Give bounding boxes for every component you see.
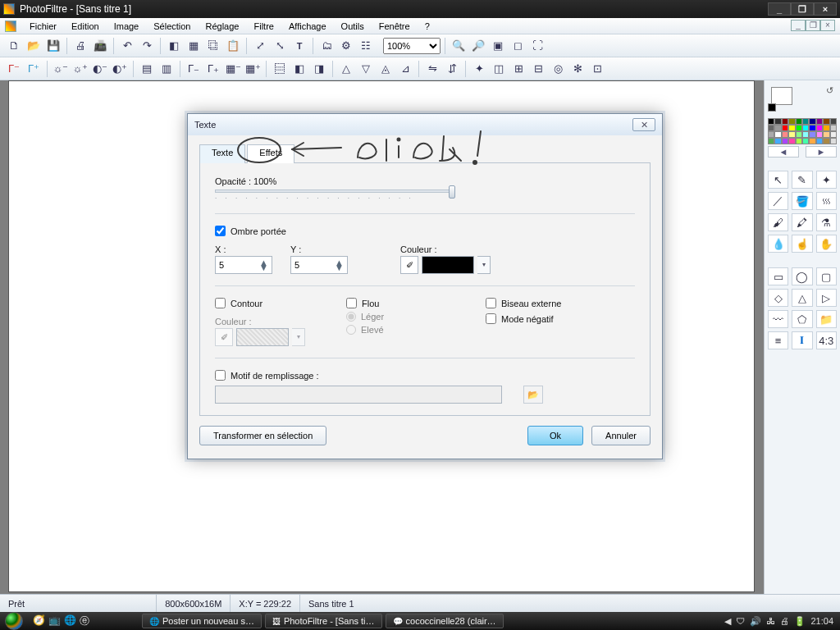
contrast-plus-icon[interactable]: ◐⁺ bbox=[111, 60, 129, 78]
taskbar-item[interactable]: 🌐 Poster un nouveau s… bbox=[142, 614, 262, 628]
mdi-minimize-button[interactable]: _ bbox=[791, 20, 806, 31]
flip-h-icon[interactable]: ⇋ bbox=[423, 60, 441, 78]
palette-swatch[interactable] bbox=[802, 138, 809, 144]
stamp-tool[interactable]: ⚗ bbox=[816, 213, 837, 231]
copy-button[interactable]: ⿻ bbox=[204, 37, 222, 55]
quick-launch-icon[interactable]: 🧭 bbox=[33, 614, 45, 628]
actual-size-button[interactable]: ◻ bbox=[509, 37, 527, 55]
menu-outils[interactable]: Outils bbox=[335, 20, 371, 33]
palette-swatch[interactable] bbox=[796, 131, 802, 138]
pipette-tool[interactable]: ✎ bbox=[792, 171, 812, 189]
auto-gamma-plus-button[interactable]: Γ⁺ bbox=[25, 60, 43, 78]
palette-swatch[interactable] bbox=[796, 118, 802, 125]
zoom-out-button[interactable]: 🔎 bbox=[469, 37, 487, 55]
fill-tool[interactable]: 🪣 bbox=[792, 192, 812, 210]
palette-swatch[interactable] bbox=[774, 131, 781, 138]
scan-button[interactable]: 📠 bbox=[91, 37, 109, 55]
palette-swatch[interactable] bbox=[782, 125, 788, 131]
tray-icon[interactable]: 🖧 bbox=[766, 616, 775, 626]
background-color-swatch[interactable] bbox=[771, 87, 792, 105]
fit-window-button[interactable]: ▣ bbox=[489, 37, 507, 55]
palette-swatch[interactable] bbox=[768, 118, 774, 125]
palette-swatch[interactable] bbox=[782, 118, 788, 125]
palette-swatch[interactable] bbox=[774, 138, 781, 144]
lasso-tool[interactable]: 〰 bbox=[768, 310, 788, 328]
menu-affichage[interactable]: Affichage bbox=[282, 20, 333, 33]
motif-path-input[interactable] bbox=[215, 386, 502, 404]
saturation-minus-icon[interactable]: ▦⁻ bbox=[224, 60, 242, 78]
gamma-minus-icon[interactable]: Γ₋ bbox=[185, 60, 203, 78]
palette-swatch[interactable] bbox=[816, 118, 823, 125]
save-button[interactable]: 💾 bbox=[44, 37, 62, 55]
rect-select-tool[interactable]: ▭ bbox=[768, 267, 788, 285]
hand-tool[interactable]: ✋ bbox=[816, 235, 837, 253]
negatif-checkbox[interactable] bbox=[486, 313, 496, 324]
eyedropper-icon[interactable]: ✐ bbox=[400, 256, 418, 274]
ellipse-select-tool[interactable]: ◯ bbox=[792, 267, 812, 285]
start-button[interactable] bbox=[5, 612, 23, 630]
palette-swatch[interactable] bbox=[830, 131, 837, 138]
palette-swatch[interactable] bbox=[816, 125, 823, 131]
polygon-tool[interactable]: ⬠ bbox=[792, 310, 812, 328]
pointer-tool[interactable]: ↖ bbox=[768, 171, 788, 189]
menu-filtre[interactable]: Filtre bbox=[247, 20, 280, 33]
palette2-icon[interactable]: ▥ bbox=[158, 60, 176, 78]
window-minimize-button[interactable]: _ bbox=[768, 2, 791, 16]
canvas-size-button[interactable]: ⤡ bbox=[271, 37, 289, 55]
quick-launch-icon[interactable]: 📺 bbox=[48, 614, 61, 628]
tray-icon[interactable]: 🛡 bbox=[736, 616, 745, 626]
open-shape-icon[interactable]: 📁 bbox=[816, 310, 837, 328]
preferences-button[interactable]: ☷ bbox=[357, 37, 375, 55]
blur1-icon[interactable]: △ bbox=[337, 60, 355, 78]
tray-icon[interactable]: 🔊 bbox=[750, 616, 761, 627]
diamond-select-tool[interactable]: ◇ bbox=[768, 289, 788, 307]
motif-checkbox[interactable] bbox=[215, 370, 226, 381]
menu-selection[interactable]: Sélection bbox=[147, 20, 197, 33]
module1-icon[interactable]: ◫ bbox=[490, 60, 508, 78]
palette-swatch[interactable] bbox=[768, 131, 774, 138]
palette-swatch[interactable] bbox=[782, 138, 788, 144]
palette-swatch[interactable] bbox=[796, 138, 802, 144]
motif-browse-button[interactable]: 📂 bbox=[523, 386, 543, 404]
shadow-color-dropdown[interactable]: ▾ bbox=[477, 256, 491, 274]
module4-icon[interactable]: ⊡ bbox=[588, 60, 606, 78]
palette-prev-button[interactable]: ◄ bbox=[768, 146, 799, 158]
line-tool[interactable]: ／ bbox=[768, 192, 788, 210]
new-file-button[interactable]: 🗋 bbox=[5, 37, 23, 55]
foreground-color-swatch[interactable] bbox=[768, 103, 776, 112]
shadow-color-well[interactable] bbox=[422, 256, 474, 274]
palette-swatch[interactable] bbox=[774, 118, 781, 125]
mode3-icon[interactable]: 4:3 bbox=[816, 331, 837, 349]
transparency-icon[interactable]: ▦ bbox=[185, 37, 203, 55]
open-file-button[interactable]: 📂 bbox=[25, 37, 43, 55]
window-close-button[interactable]: × bbox=[814, 2, 837, 16]
blur2-icon[interactable]: ▽ bbox=[357, 60, 375, 78]
palette-swatch[interactable] bbox=[768, 125, 774, 131]
brightness-minus-icon[interactable]: ☼⁻ bbox=[52, 60, 70, 78]
brush-tool[interactable]: 🖌 bbox=[768, 213, 788, 231]
advbrush-tool[interactable]: 🖍 bbox=[792, 213, 812, 231]
sharpen1-icon[interactable]: ◬ bbox=[377, 60, 395, 78]
explorer-button[interactable]: 🗂 bbox=[317, 37, 336, 55]
palette-swatch[interactable] bbox=[782, 131, 788, 138]
sepia-icon[interactable]: ◨ bbox=[310, 60, 328, 78]
zoom-in-button[interactable]: 🔍 bbox=[450, 37, 468, 55]
palette-swatch[interactable] bbox=[802, 131, 809, 138]
palette-swatch[interactable] bbox=[830, 138, 837, 144]
quick-launch-icon[interactable]: ⓔ bbox=[80, 614, 89, 628]
window-maximize-button[interactable]: ❐ bbox=[791, 2, 814, 16]
wand-tool[interactable]: ✦ bbox=[816, 171, 837, 189]
palette-next-button[interactable]: ► bbox=[806, 146, 837, 158]
tray-icon[interactable]: 🖨 bbox=[780, 616, 789, 626]
tab-effets[interactable]: Effets bbox=[247, 144, 294, 163]
palette-swatch[interactable] bbox=[774, 125, 781, 131]
menu-fenetre[interactable]: Fenêtre bbox=[372, 20, 417, 33]
rgb-icon[interactable]: ◧ bbox=[165, 37, 183, 55]
opacity-slider[interactable] bbox=[215, 189, 453, 193]
cancel-button[interactable]: Annuler bbox=[591, 426, 651, 445]
palette-swatch[interactable] bbox=[830, 118, 837, 125]
triangle-select-tool[interactable]: △ bbox=[792, 289, 812, 307]
flou-checkbox[interactable] bbox=[346, 298, 357, 308]
palette-swatch[interactable] bbox=[788, 118, 795, 125]
shadow-y-input[interactable]: 5▲▼ bbox=[290, 256, 348, 274]
